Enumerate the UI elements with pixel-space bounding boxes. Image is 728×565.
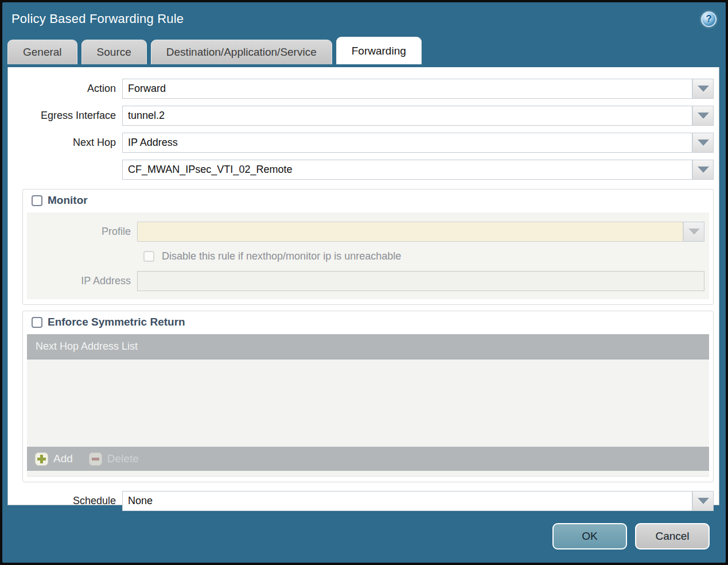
disable-rule-label: Disable this rule if nexthop/monitor ip …: [162, 250, 401, 262]
titlebar: Policy Based Forwarding Rule ?: [2, 2, 726, 36]
next-hop-row: Next Hop IP Address: [8, 133, 714, 153]
grid-bottom-strip: [27, 471, 709, 476]
minus-icon: [89, 452, 102, 466]
next-hop-address-input[interactable]: CF_MWAN_IPsec_VTI_02_Remote: [122, 160, 692, 180]
profile-input: [137, 222, 683, 242]
dialog-background: Policy Based Forwarding Rule ? General S…: [2, 2, 726, 563]
disable-rule-row: Disable this rule if nexthop/monitor ip …: [143, 250, 709, 262]
grid-body-empty[interactable]: [27, 359, 709, 447]
delete-button-label: Delete: [107, 452, 139, 465]
schedule-row: Schedule None: [8, 491, 714, 511]
dialog-title: Policy Based Forwarding Rule: [11, 11, 184, 26]
schedule-combo: None: [122, 491, 714, 511]
next-hop-combo: IP Address: [122, 133, 714, 153]
profile-combo: [137, 222, 704, 242]
egress-interface-label: Egress Interface: [8, 110, 122, 122]
monitor-ip-address-row: IP Address: [27, 271, 709, 291]
monitor-legend: Monitor: [28, 194, 709, 207]
symmetric-return-legend: Enforce Symmetric Return: [28, 316, 709, 328]
egress-interface-combo: tunnel.2: [122, 106, 714, 126]
tab-source[interactable]: Source: [81, 40, 147, 64]
symmetric-return-group: Enforce Symmetric Return Next Hop Addres…: [22, 311, 714, 482]
next-hop-dropdown-trigger[interactable]: [692, 133, 714, 153]
profile-row: Profile: [27, 222, 709, 242]
action-row: Action Forward: [8, 79, 714, 99]
ok-button[interactable]: OK: [552, 523, 627, 549]
tab-general[interactable]: General: [7, 40, 77, 64]
symmetric-return-title: Enforce Symmetric Return: [48, 316, 185, 328]
monitor-checkbox[interactable]: [32, 195, 42, 206]
monitor-group: Monitor Profile: [22, 189, 714, 305]
egress-interface-row: Egress Interface tunnel.2: [8, 106, 714, 126]
add-button-label: Add: [53, 452, 73, 465]
monitor-panel: Profile Disable this rule if nexthop/mon…: [27, 212, 709, 299]
symmetric-return-checkbox[interactable]: [32, 317, 42, 328]
cancel-button[interactable]: Cancel: [635, 523, 710, 549]
action-dropdown-trigger[interactable]: [692, 79, 714, 99]
grid-toolbar: Add Delete: [27, 447, 709, 471]
add-button[interactable]: Add: [35, 452, 73, 466]
disable-rule-checkbox: [143, 251, 154, 262]
tab-content-forwarding: Action Forward Egress Interface tunnel.2: [7, 67, 719, 505]
monitor-ip-address-label: IP Address: [27, 275, 137, 287]
next-hop-address-list-grid: Next Hop Address List Add Delete: [27, 334, 709, 477]
chevron-down-icon: [698, 167, 709, 173]
schedule-input[interactable]: None: [122, 491, 692, 511]
chevron-down-icon: [698, 498, 709, 504]
tab-destination-application-service[interactable]: Destination/Application/Service: [151, 40, 332, 64]
monitor-title: Monitor: [48, 194, 88, 207]
monitor-ip-address-input: [137, 271, 704, 291]
tab-bar: General Source Destination/Application/S…: [2, 36, 726, 64]
next-hop-address-dropdown-trigger[interactable]: [692, 160, 714, 180]
egress-interface-dropdown-trigger[interactable]: [692, 106, 714, 126]
action-combo: Forward: [122, 79, 714, 99]
chevron-down-icon: [698, 86, 709, 92]
chevron-down-icon: [698, 113, 709, 119]
dialog-window: Policy Based Forwarding Rule ? General S…: [0, 0, 728, 565]
schedule-dropdown-trigger[interactable]: [692, 491, 714, 511]
next-hop-input[interactable]: IP Address: [122, 133, 692, 153]
profile-label: Profile: [27, 226, 137, 238]
profile-dropdown-trigger: [683, 222, 704, 242]
action-label: Action: [8, 83, 122, 95]
next-hop-address-row: CF_MWAN_IPsec_VTI_02_Remote: [8, 160, 714, 180]
footer-buttons: OK Cancel: [552, 523, 710, 549]
action-input[interactable]: Forward: [122, 79, 692, 99]
grid-column-header: Next Hop Address List: [27, 334, 709, 359]
next-hop-label: Next Hop: [8, 137, 122, 149]
plus-icon: [35, 452, 48, 466]
help-icon[interactable]: ?: [701, 11, 717, 27]
delete-button: Delete: [89, 452, 139, 466]
chevron-down-icon: [698, 140, 709, 146]
egress-interface-input[interactable]: tunnel.2: [122, 106, 692, 126]
tab-forwarding[interactable]: Forwarding: [336, 37, 422, 64]
schedule-label: Schedule: [8, 495, 122, 507]
chevron-down-icon: [688, 229, 700, 235]
next-hop-address-combo: CF_MWAN_IPsec_VTI_02_Remote: [122, 160, 714, 180]
